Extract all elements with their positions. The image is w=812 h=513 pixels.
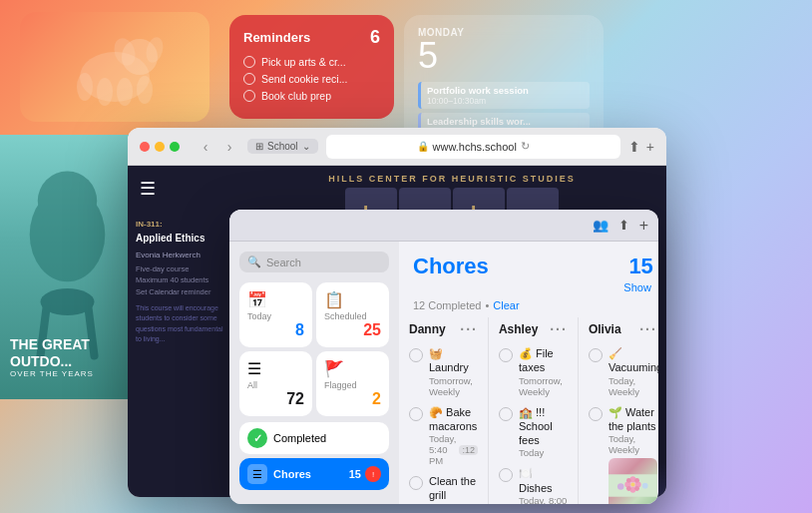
taxes-emoji: 💰 bbox=[519, 347, 536, 359]
url-bar[interactable]: 🔒 www.hchs.school ↻ bbox=[326, 135, 620, 159]
chores-main-content: Chores 15 Show 12 Completed • Clear Dann… bbox=[399, 210, 658, 504]
add-reminder-button[interactable]: + bbox=[639, 217, 648, 235]
vacuuming-emoji: 🧹 bbox=[609, 347, 622, 359]
chores-total-count: 15 bbox=[628, 254, 652, 279]
reminders-widget: Reminders 6 Pick up arts & cr... Send co… bbox=[229, 15, 394, 119]
plants-emoji: 🌱 bbox=[609, 406, 625, 418]
task-meta-vacuuming: Today, Weekly bbox=[609, 375, 657, 397]
olivia-more-options[interactable]: ··· bbox=[639, 321, 657, 337]
browser-toolbar: ‹ › ⊞ School ⌄ 🔒 www.hchs.school ↻ ⬆ + bbox=[128, 128, 666, 166]
task-circle[interactable] bbox=[409, 476, 423, 490]
danny-more-options[interactable]: ··· bbox=[460, 321, 478, 337]
reminder-circle bbox=[243, 73, 255, 85]
task-circle[interactable] bbox=[409, 348, 423, 362]
smart-list-flagged[interactable]: 🚩 Flagged 2 bbox=[316, 351, 389, 416]
olivia-column: Olivia ··· 🧹 Vacuuming Today, Weekly bbox=[579, 317, 658, 504]
task-dishes: 🍽️ Dishes Today, 8:00 PM, Daily bbox=[499, 463, 568, 504]
svg-point-6 bbox=[117, 78, 133, 106]
chores-title: Chores bbox=[413, 254, 489, 279]
chores-columns: Danny ··· 🧺 Laundry Tomorrow, Weekly bbox=[399, 317, 658, 504]
chores-count: 15 bbox=[349, 468, 361, 480]
back-button[interactable]: ‹ bbox=[196, 137, 215, 157]
task-school-fees: 🏫 !!! School fees Today bbox=[499, 402, 568, 462]
tab-chevron-icon: ⌄ bbox=[302, 141, 310, 152]
reminders-sidebar: 🔍 Search 📅 Today 8 📋 Scheduled 25 bbox=[229, 210, 399, 504]
task-title-laundry: 🧺 Laundry bbox=[429, 346, 478, 375]
task-title-macarons: 🥐 Bake macarons bbox=[429, 405, 478, 434]
reminder-circle bbox=[243, 56, 255, 68]
show-button[interactable]: Show bbox=[623, 281, 653, 293]
maximize-button[interactable] bbox=[170, 142, 180, 152]
svg-point-5 bbox=[97, 78, 113, 106]
smart-list-today[interactable]: 📅 Today 8 bbox=[239, 282, 312, 347]
reminder-text-2: Send cookie reci... bbox=[261, 73, 347, 85]
share-icon[interactable]: ⬆ bbox=[628, 139, 640, 155]
course-info: IN-311: Applied Ethics Evonia Herkwerch … bbox=[136, 220, 229, 345]
task-title-taxes: 💰 File taxes bbox=[519, 346, 568, 375]
chores-badge: ! bbox=[365, 466, 381, 482]
ashley-more-options[interactable]: ··· bbox=[550, 321, 568, 337]
task-grill: Clean the grill bbox=[409, 471, 478, 504]
svg-point-23 bbox=[634, 486, 639, 491]
browser-action-buttons: ⬆ + bbox=[628, 139, 654, 155]
menu-icon[interactable]: ☰ bbox=[140, 178, 156, 200]
smart-list-scheduled[interactable]: 📋 Scheduled 25 bbox=[316, 282, 389, 347]
forward-button[interactable]: › bbox=[219, 137, 239, 157]
dishes-emoji: 🍽️ bbox=[519, 467, 533, 479]
flower-image bbox=[609, 458, 657, 504]
task-title-water-plants: 🌱 Water the plants bbox=[609, 405, 657, 434]
school-header: HILLS CENTER FOR HEURISTIC STUDIES bbox=[237, 166, 666, 188]
course-code: IN-311: bbox=[136, 220, 229, 229]
task-circle[interactable] bbox=[589, 348, 603, 362]
photo-widget-text: THE GREAT OUTDO... OVER THE YEARS bbox=[10, 336, 135, 379]
danny-column: Danny ··· 🧺 Laundry Tomorrow, Weekly bbox=[399, 317, 489, 504]
task-circle[interactable] bbox=[409, 407, 423, 421]
reload-icon: ↻ bbox=[521, 140, 530, 153]
task-circle[interactable] bbox=[499, 348, 513, 362]
reminder-circle bbox=[243, 90, 255, 102]
svg-point-20 bbox=[626, 478, 631, 483]
task-macarons: 🥐 Bake macarons Today, 5:40 PM :12 bbox=[409, 402, 478, 470]
smart-list-chores[interactable]: ☰ Chores 15 ! bbox=[239, 458, 389, 490]
chores-subtitle: 12 Completed • Clear bbox=[399, 299, 658, 317]
close-button[interactable] bbox=[140, 142, 150, 152]
course-description: This course will encourage students to c… bbox=[136, 303, 229, 345]
reminder-text-3: Book club prep bbox=[261, 90, 331, 102]
smart-list-all[interactable]: ☰ All 72 bbox=[239, 351, 312, 416]
tab-label[interactable]: ⊞ School ⌄ bbox=[247, 139, 318, 154]
svg-point-4 bbox=[77, 73, 93, 101]
svg-point-26 bbox=[642, 483, 648, 489]
url-text: www.hchs.school bbox=[433, 141, 517, 153]
photo-widget-main-text: THE GREAT OUTDO... bbox=[10, 336, 135, 370]
people-icon[interactable]: 👥 bbox=[593, 218, 609, 233]
chores-label: Chores bbox=[273, 468, 311, 480]
search-bar[interactable]: 🔍 Search bbox=[239, 252, 389, 272]
task-meta-macarons: Today, 5:40 PM :12 bbox=[429, 433, 478, 466]
browser-navigation: ‹ › bbox=[196, 137, 239, 157]
reminder-item-2: Send cookie reci... bbox=[243, 73, 380, 85]
task-vacuuming: 🧹 Vacuuming Today, Weekly bbox=[589, 343, 657, 400]
reminder-item-1: Pick up arts & cr... bbox=[243, 56, 380, 68]
svg-point-21 bbox=[634, 478, 639, 483]
svg-point-24 bbox=[630, 483, 634, 487]
share-icon[interactable]: ⬆ bbox=[618, 218, 629, 233]
task-meta-dishes: Today, 8:00 PM, Daily bbox=[519, 495, 568, 504]
task-meta-laundry: Tomorrow, Weekly bbox=[429, 375, 478, 397]
task-circle[interactable] bbox=[589, 407, 603, 421]
completed-label: Completed bbox=[273, 432, 326, 444]
ashley-column: Ashley ··· 💰 File taxes Tomorrow, Weekly bbox=[489, 317, 579, 504]
task-circle[interactable] bbox=[499, 407, 513, 421]
calendar-event-title-1: Portfolio work session bbox=[427, 85, 584, 96]
photo-widget-sub-text: OVER THE YEARS bbox=[10, 369, 135, 379]
reminder-item-3: Book club prep bbox=[243, 90, 380, 102]
chores-header: Chores 15 Show bbox=[399, 242, 658, 299]
task-title-vacuuming: 🧹 Vacuuming bbox=[609, 346, 657, 375]
smart-list-completed[interactable]: ✓ Completed bbox=[239, 422, 389, 454]
school-sidebar: ☰ IN-311: Applied Ethics Evonia Herkwerc… bbox=[128, 166, 237, 497]
smart-lists: 📅 Today 8 📋 Scheduled 25 ☰ All 72 bbox=[239, 282, 389, 490]
minimize-button[interactable] bbox=[155, 142, 165, 152]
task-circle[interactable] bbox=[499, 468, 513, 482]
task-meta-school-fees: Today bbox=[519, 447, 568, 458]
clear-button[interactable]: Clear bbox=[493, 299, 519, 311]
plus-icon[interactable]: + bbox=[646, 139, 654, 155]
